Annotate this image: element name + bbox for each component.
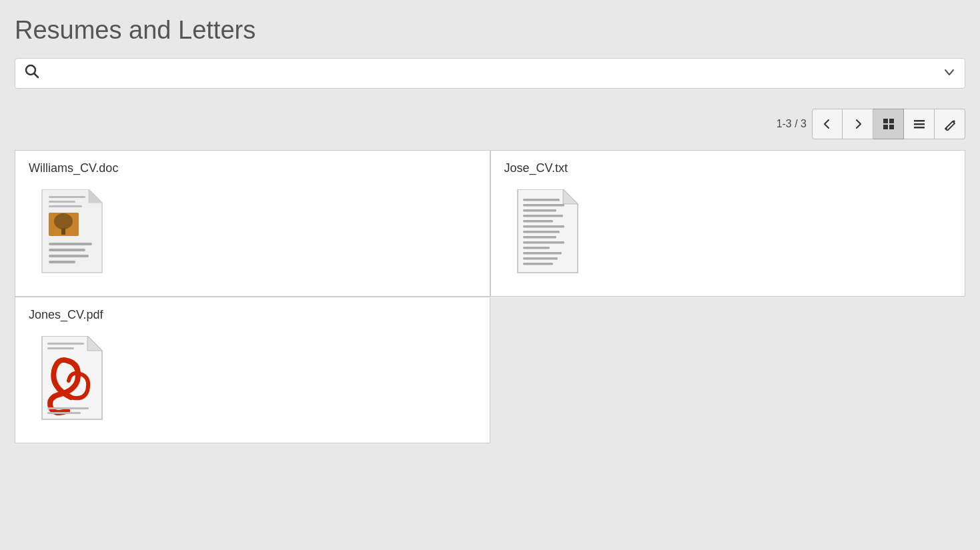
svg-rect-7: [914, 123, 925, 125]
svg-rect-31: [523, 236, 556, 239]
page-container: Resumes and Letters 1-3 / 3: [0, 0, 980, 457]
file-icon-jose: [504, 182, 952, 283]
file-icon-jones: [29, 329, 476, 429]
svg-rect-8: [914, 127, 925, 129]
svg-rect-41: [47, 407, 89, 409]
list-view-button[interactable]: [904, 109, 935, 139]
svg-rect-28: [523, 220, 553, 223]
svg-rect-19: [49, 196, 85, 198]
svg-rect-14: [61, 228, 65, 235]
files-grid: Williams_CV.doc: [15, 150, 965, 443]
file-name-jose: Jose_CV.txt: [504, 161, 952, 175]
svg-rect-26: [523, 209, 556, 212]
svg-marker-38: [87, 336, 102, 351]
file-card-jones-cv[interactable]: Jones_CV.pdf: [15, 297, 490, 443]
svg-rect-40: [47, 347, 74, 349]
svg-rect-32: [523, 241, 564, 244]
next-page-button[interactable]: [843, 109, 873, 139]
svg-rect-3: [889, 119, 894, 123]
svg-point-13: [54, 213, 73, 229]
pagination-info: 1-3 / 3: [777, 118, 807, 130]
svg-rect-18: [49, 261, 75, 263]
svg-rect-34: [523, 252, 562, 255]
file-name-jones: Jones_CV.pdf: [29, 308, 476, 322]
search-icon: [25, 64, 39, 83]
svg-rect-6: [914, 120, 925, 122]
file-icon-williams: [29, 182, 476, 283]
file-card-jose-cv[interactable]: Jose_CV.txt: [490, 150, 966, 297]
svg-rect-4: [883, 125, 888, 129]
svg-rect-20: [49, 201, 75, 203]
svg-rect-17: [49, 255, 89, 257]
svg-rect-15: [49, 243, 92, 245]
edit-button[interactable]: [935, 109, 965, 139]
svg-rect-35: [523, 257, 558, 260]
svg-rect-30: [523, 231, 560, 233]
search-input[interactable]: [45, 67, 943, 81]
svg-rect-42: [47, 412, 81, 414]
svg-rect-33: [523, 247, 550, 249]
svg-rect-29: [523, 225, 564, 228]
svg-rect-39: [47, 343, 84, 345]
svg-rect-24: [523, 199, 560, 201]
file-card-empty: [490, 297, 966, 443]
svg-rect-25: [523, 204, 564, 207]
prev-page-button[interactable]: [812, 109, 843, 139]
svg-marker-11: [89, 189, 102, 203]
file-name-williams: Williams_CV.doc: [29, 161, 476, 175]
grid-view-button[interactable]: [873, 109, 904, 139]
svg-line-1: [35, 74, 39, 78]
file-card-williams-cv[interactable]: Williams_CV.doc: [15, 150, 490, 297]
svg-marker-23: [563, 189, 578, 204]
search-bar: [15, 58, 965, 89]
page-title: Resumes and Letters: [15, 16, 965, 45]
search-dropdown-icon[interactable]: [943, 66, 955, 81]
svg-rect-27: [523, 215, 563, 217]
svg-rect-16: [49, 249, 85, 251]
svg-rect-36: [523, 263, 553, 265]
svg-rect-2: [883, 119, 888, 123]
svg-rect-5: [889, 125, 894, 129]
toolbar: 1-3 / 3: [15, 109, 965, 139]
svg-rect-21: [49, 205, 82, 207]
